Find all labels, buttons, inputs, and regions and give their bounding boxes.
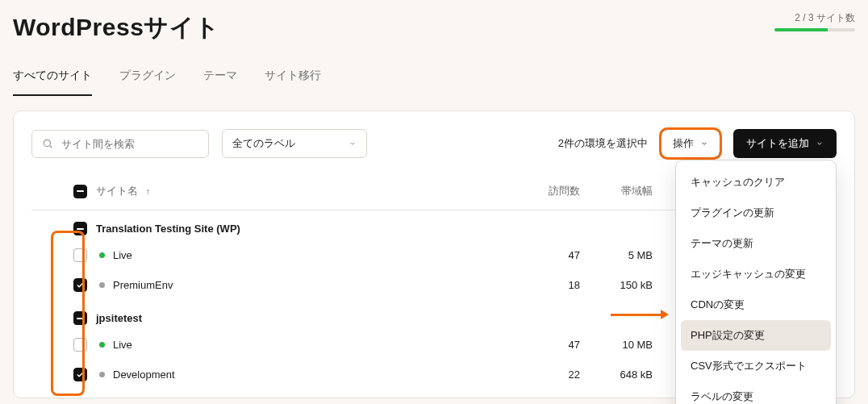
main-tabs: すべてのサイトプラグインテーマサイト移行 [13,69,855,96]
env-checkbox[interactable] [73,278,87,292]
tab-2[interactable]: テーマ [203,69,237,96]
svg-point-0 [44,140,50,146]
labels-select[interactable]: 全てのラベル [222,129,367,158]
tab-0[interactable]: すべてのサイト [13,69,92,96]
cell-visits: 47 [522,249,586,261]
cell-bandwidth: 5 MB [586,249,659,261]
search-icon [42,138,53,149]
tab-3[interactable]: サイト移行 [265,69,321,96]
env-name[interactable]: Live [96,249,522,261]
search-input[interactable] [60,137,198,151]
env-checkbox[interactable] [73,248,87,262]
chevron-down-icon [816,140,824,148]
sites-card: 全てのラベル 2件の環境を選択中 操作 サイトを追加 サイト名 ↑ 訪問数 帯域… [13,110,855,398]
status-dot [99,372,105,377]
cell-visits: 22 [522,369,586,381]
site-quota: 2 / 3 サイト数 [774,11,855,31]
labels-select-text: 全てのラベル [232,136,295,151]
col-site[interactable]: サイト名 ↑ [96,184,522,198]
status-dot [99,282,105,288]
actions-menu-item[interactable]: キャッシュのクリア [676,167,836,198]
actions-menu-item[interactable]: CDNの変更 [676,289,836,320]
col-visits: 訪問数 [522,184,586,198]
actions-menu-item[interactable]: CSV形式でエクスポート [676,351,836,381]
cell-bandwidth: 648 kB [586,369,659,381]
cell-bandwidth: 10 MB [586,339,659,351]
cell-bandwidth: 150 kB [586,279,659,291]
group-checkbox[interactable] [73,222,87,235]
actions-menu-item[interactable]: ラベルの変更 [676,381,836,404]
status-dot [99,252,105,258]
actions-button-label: 操作 [673,136,694,151]
sort-asc-icon: ↑ [146,186,151,196]
site-quota-text: 2 / 3 サイト数 [795,12,855,23]
chevron-down-icon [700,140,708,148]
page-title: WordPressサイト [13,11,220,44]
tab-1[interactable]: プラグイン [119,69,176,96]
select-all-checkbox[interactable] [73,185,87,198]
add-site-button-label: サイトを追加 [746,136,809,151]
env-checkbox[interactable] [73,338,87,352]
cell-visits: 47 [522,339,586,351]
env-checkbox[interactable] [73,368,87,381]
env-name[interactable]: PremiumEnv [96,279,522,291]
site-quota-bar [774,28,855,31]
chevron-down-icon [348,140,357,148]
search-input-wrap[interactable] [31,130,209,158]
actions-button[interactable]: 操作 [661,129,720,158]
group-checkbox[interactable] [73,311,87,325]
selection-count: 2件の環境を選択中 [558,136,648,151]
add-site-button[interactable]: サイトを追加 [733,129,837,158]
env-name[interactable]: Live [96,339,522,351]
status-dot [99,342,105,348]
actions-menu-item[interactable]: テーマの更新 [676,228,836,259]
cell-visits: 18 [522,279,586,291]
env-name[interactable]: Development [96,369,522,381]
svg-line-1 [50,146,52,148]
actions-menu-item[interactable]: プラグインの更新 [676,198,836,228]
actions-menu-item[interactable]: PHP設定の変更 [681,320,831,351]
actions-menu-item[interactable]: エッジキャッシュの変更 [676,259,836,289]
actions-menu: キャッシュのクリアプラグインの更新テーマの更新エッジキャッシュの変更CDNの変更… [675,160,837,404]
col-bandwidth: 帯域幅 [586,184,659,198]
